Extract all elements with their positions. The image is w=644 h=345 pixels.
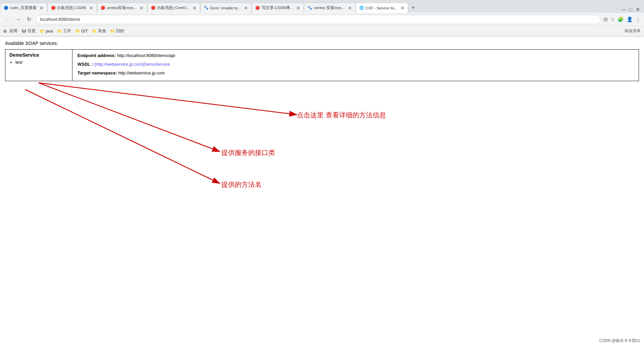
tab-label-5: Error: Unable to... [210, 6, 241, 10]
service-left-panel: DemoService test [5, 50, 72, 81]
extensions-icon[interactable]: 🧩 [618, 16, 624, 22]
wsdl-row: WSDL : {http://webservice.jp.com}DemoSer… [77, 61, 634, 68]
tab-label-2: (5条消息) CSDN [57, 5, 86, 10]
annotation-3: 提供的方法名 [221, 180, 262, 189]
tab-close-7[interactable]: ✕ [348, 6, 352, 10]
reload-button[interactable]: ↻ [25, 16, 33, 22]
bookmark-baidu[interactable]: 🐼 百度 [21, 28, 36, 34]
bookmark-label-other: 其他 [98, 28, 106, 34]
endpoint-row: Endpoint address: http://localhost:8080/… [77, 52, 634, 59]
service-right-panel: Endpoint address: http://localhost:8080/… [72, 50, 639, 81]
menu-icon[interactable]: ⋮ [636, 16, 641, 22]
tab-close-6[interactable]: ✕ [296, 6, 300, 10]
address-bar: ← → ↻ localhost:8080/demo ⊟ ☆ 🧩 👤 ⋮ [0, 13, 644, 26]
folder-other-icon: 📁 [92, 29, 97, 34]
folder-git-icon: 📁 [75, 29, 80, 34]
bookmarks-bar: ⊞ 应用 🐼 百度 📁 java 📁 工作 📁 GIT 📁 其他 📁 旧的 阅读… [0, 26, 644, 36]
tab-centos-4[interactable]: 🔴 (5条消息) CentO... ✕ [147, 3, 200, 13]
bookmark-label-old: 旧的 [116, 28, 124, 34]
new-tab-button[interactable]: + [408, 3, 418, 13]
namespace-row: Target namespace: http://webservice.jp.c… [77, 70, 634, 77]
tab-write-csdn[interactable]: 🔴 写文章-CSDN博... ✕ [252, 3, 304, 13]
tab-close-8[interactable]: ✕ [400, 6, 405, 10]
tab-favicon-2: 🔴 [51, 6, 56, 10]
tab-centos-mysql[interactable]: 🔴 centos安装mys... ✕ [97, 3, 148, 13]
baidu-icon: 🐼 [21, 29, 26, 34]
tab-csdn-baidu[interactable]: 🔵 csdn_百度搜索 ✕ [0, 3, 47, 13]
annotation-svg [5, 81, 639, 198]
folder-old-icon: 📁 [110, 29, 115, 34]
tab-favicon-3: 🔴 [101, 6, 105, 10]
service-table: DemoService test Endpoint address: http:… [5, 49, 639, 81]
browser-chrome: 🔵 csdn_百度搜索 ✕ 🔴 (5条消息) CSDN ✕ 🔴 centos安装… [0, 0, 644, 37]
folder-java-icon: 📁 [40, 29, 44, 34]
tab-favicon-7: 🐾 [308, 6, 312, 10]
wsdl-link[interactable]: {http://webservice.jp.com}DemoService [94, 62, 170, 67]
bookmark-work[interactable]: 📁 工作 [57, 28, 71, 34]
bookmark-label-baidu: 百度 [28, 28, 36, 34]
reading-list-button[interactable]: 阅读清单 [625, 28, 641, 34]
bookmark-label-work: 工作 [63, 28, 71, 34]
svg-line-2 [25, 90, 220, 183]
tab-favicon-8: 🌐 [359, 6, 364, 10]
service-methods: test [15, 60, 68, 65]
tab-favicon-5: 🐾 [204, 6, 209, 10]
endpoint-value: http://localhost:8080/demo/api [117, 53, 175, 58]
tab-favicon-6: 🔴 [255, 6, 260, 10]
tab-bar: 🔵 csdn_百度搜索 ✕ 🔴 (5条消息) CSDN ✕ 🔴 centos安装… [0, 0, 644, 13]
tab-error[interactable]: 🐾 Error: Unable to... ✕ [200, 3, 252, 13]
tab-csdn-2[interactable]: 🔴 (5条消息) CSDN ✕ [47, 3, 97, 13]
apps-icon: ⊞ [3, 29, 8, 34]
url-text: localhost:8080/demo [40, 17, 80, 22]
back-button[interactable]: ← [3, 16, 11, 22]
bookmark-label-apps: 应用 [9, 28, 17, 34]
url-input[interactable]: localhost:8080/demo [36, 15, 601, 24]
wsdl-label: WSDL : [77, 62, 93, 67]
tab-favicon-4: 🔴 [151, 6, 156, 10]
tab-label-8: CXF - Service lis... [366, 6, 397, 10]
minimize-button[interactable]: ─ [622, 7, 626, 13]
bookmark-git[interactable]: 📁 GIT [75, 29, 88, 34]
address-actions: ⊟ ☆ 🧩 👤 ⋮ [603, 16, 641, 22]
tab-label-1: csdn_百度搜索 [10, 5, 37, 10]
page-content: Available SOAP services: DemoService tes… [0, 37, 644, 203]
namespace-label: Target namespace: [77, 70, 117, 75]
tab-close-1[interactable]: ✕ [40, 6, 44, 10]
forward-button[interactable]: → [14, 16, 22, 22]
bookmark-label-java: java [46, 29, 53, 34]
tab-close-2[interactable]: ✕ [89, 6, 93, 10]
tab-close-3[interactable]: ✕ [140, 6, 144, 10]
bookmark-icon[interactable]: ☆ [610, 16, 615, 22]
folder-work-icon: 📁 [57, 29, 62, 34]
profile-icon[interactable]: 👤 [627, 16, 633, 22]
service-method-item[interactable]: test [15, 60, 68, 65]
namespace-value: http://webservice.jp.com [118, 70, 165, 75]
tab-centos-7[interactable]: 🐾 centos 安装mys... ✕ [304, 3, 356, 13]
tab-label-4: (5条消息) CentO... [157, 5, 190, 10]
maximize-button[interactable]: □ [629, 7, 632, 13]
translate-icon[interactable]: ⊟ [603, 16, 608, 22]
tab-label-6: 写文章-CSDN博... [262, 5, 293, 10]
endpoint-label: Endpoint address: [77, 53, 116, 58]
service-name: DemoService [9, 52, 68, 58]
annotation-layer: 点击这里 查看详细的方法信息 提供服务的接口类 提供的方法名 [5, 81, 639, 198]
svg-line-1 [39, 83, 220, 152]
annotation-2: 提供服务的接口类 [221, 148, 275, 157]
bookmark-java[interactable]: 📁 java [40, 29, 53, 34]
tab-cxf-service[interactable]: 🌐 CXF - Service lis... ✕ [356, 3, 408, 13]
tab-label-3: centos安装mys... [107, 5, 137, 10]
tab-label-7: centos 安装mys... [314, 5, 345, 10]
tab-close-5[interactable]: ✕ [244, 6, 248, 10]
svg-line-0 [39, 83, 297, 115]
tab-favicon-1: 🔵 [4, 6, 8, 10]
annotation-1: 点击这里 查看详细的方法信息 [297, 111, 386, 120]
bookmark-label-git: GIT [81, 29, 88, 34]
bookmark-apps[interactable]: ⊞ 应用 [3, 28, 17, 34]
tab-close-4[interactable]: ✕ [193, 6, 197, 10]
page-title: Available SOAP services: [5, 41, 639, 46]
bookmark-other[interactable]: 📁 其他 [92, 28, 106, 34]
bookmark-old[interactable]: 📁 旧的 [110, 28, 124, 34]
close-button[interactable]: ✕ [636, 6, 640, 13]
